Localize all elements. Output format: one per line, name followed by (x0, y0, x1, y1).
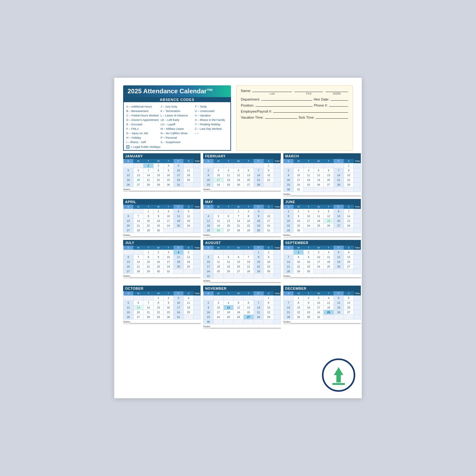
download-icon[interactable] (321, 358, 356, 393)
day-header: Total (194, 205, 201, 209)
calendar-day (174, 269, 184, 274)
calendar-day: 31 (203, 274, 214, 279)
calendar-day: 1 (143, 250, 154, 255)
calendar-day: 3 (254, 209, 264, 214)
calendar-header: MARCH (283, 153, 361, 159)
absence-code-item: H – Holiday (126, 136, 159, 140)
vacation-label: Vacation Time: (241, 116, 264, 119)
calendar-day: 25 (183, 178, 194, 182)
calendar-table: SMTWTFSTotal1234567891011121314151617181… (123, 291, 201, 320)
calendar-day: 11 (174, 214, 184, 219)
total-cell (354, 223, 361, 228)
calendar-day: 25 (324, 264, 334, 269)
calendar-day: 14 (234, 219, 244, 223)
calendar-day: 20 (344, 260, 354, 264)
calendar-day: 11 (223, 305, 234, 310)
day-header: F (254, 246, 264, 250)
calendar-day: 8 (294, 301, 304, 305)
day-header: F (254, 291, 264, 296)
day-header: T (223, 205, 234, 209)
day-header: M (133, 159, 143, 163)
calendar-day: 6 (123, 255, 134, 260)
calendar-day: 5 (214, 214, 224, 219)
calendar-day: 20 (123, 223, 134, 228)
calendar-day: 19 (324, 219, 334, 223)
calendar-day: 29 (153, 315, 163, 320)
calendar-day: 28 (143, 182, 154, 187)
calendar-block-march: MARCHSMTWTFSTotal12345678910111213141516… (283, 153, 361, 196)
calendar-day: 23 (294, 223, 304, 228)
day-header: Total (354, 291, 361, 296)
calendar-day: 15 (294, 305, 304, 310)
day-header: M (133, 246, 143, 250)
calendar-day: 17 (314, 260, 324, 264)
calendar-day: 7 (133, 214, 143, 219)
last-label: Last (270, 92, 275, 95)
calendar-day (143, 296, 154, 301)
calendar-day: 3 (314, 250, 324, 255)
calendar-day: 18 (324, 260, 334, 264)
absence-code-item: P – Personal (161, 136, 194, 140)
calendar-day: 15 (254, 260, 264, 264)
calendar-day: 16 (203, 178, 214, 182)
calendar-day: 26 (214, 228, 224, 233)
total-cell (194, 310, 201, 315)
calendar-day: 24 (214, 315, 224, 320)
calendar-day: 19 (234, 310, 244, 315)
calendar-day (203, 250, 214, 255)
calendar-day: 30 (153, 269, 163, 274)
calendar-day: 9 (254, 214, 264, 219)
calendar-day: 14 (334, 173, 344, 178)
absence-code-item: G – Injury on Job (126, 131, 159, 136)
calendar-day: 26 (223, 269, 234, 274)
day-header: S (283, 159, 294, 163)
calendar-day: 9 (203, 173, 214, 178)
day-header: T (163, 159, 174, 163)
day-header: W (314, 291, 324, 296)
total-cell (354, 219, 361, 223)
calendar-day (334, 163, 344, 168)
calendar-day: 19 (314, 178, 324, 182)
calendar-day: 10 (214, 173, 224, 178)
total-cell (274, 219, 281, 223)
calendar-day: 3 (314, 296, 324, 301)
calendar-day: 2 (203, 168, 214, 173)
calendar-day: 6 (324, 168, 334, 173)
day-header: Total (194, 291, 201, 296)
calendar-day: 16 (304, 305, 314, 310)
total-cell (354, 269, 361, 274)
calendar-day: 12 (234, 305, 244, 310)
day-header: S (123, 205, 134, 209)
calendar-day (264, 320, 274, 324)
absence-code-item: V – Vacation (195, 114, 228, 118)
calendar-day: 9 (153, 214, 163, 219)
calendar-day: 27 (123, 228, 134, 233)
calendar-table: SMTWTFSTotal1234567891011121314151617181… (283, 159, 361, 192)
calendar-day: 30 (264, 269, 274, 274)
calendar-day: 13 (223, 219, 234, 223)
total-cell (274, 315, 281, 320)
calendar-day: 7 (143, 168, 154, 173)
total-cell (274, 320, 281, 324)
calendar-day: 1 (264, 296, 274, 301)
calendar-day: 5 (183, 209, 194, 214)
calendar-day (324, 228, 334, 233)
calendar-day: 18 (214, 264, 224, 269)
day-header: S (283, 205, 294, 209)
calendar-day: 29 (153, 182, 163, 187)
calendar-day: 16 (163, 305, 174, 310)
absence-code-item: U – Unexcused (195, 109, 228, 114)
total-cell (194, 209, 201, 214)
calendar-day: 25 (324, 310, 334, 315)
day-header: S (264, 205, 274, 209)
calendar-day (223, 163, 234, 168)
calendar-day: 18 (183, 173, 194, 178)
calendar-day: 5 (324, 209, 334, 214)
notes-line: Notes___________________________________… (123, 274, 201, 278)
calendar-day: 22 (153, 178, 163, 182)
calendar-header: APRIL (123, 199, 201, 205)
calendar-day (203, 163, 214, 168)
calendar-day: 14 (143, 173, 154, 178)
calendar-day: 26 (334, 264, 344, 269)
download-overlay[interactable] (321, 358, 356, 393)
